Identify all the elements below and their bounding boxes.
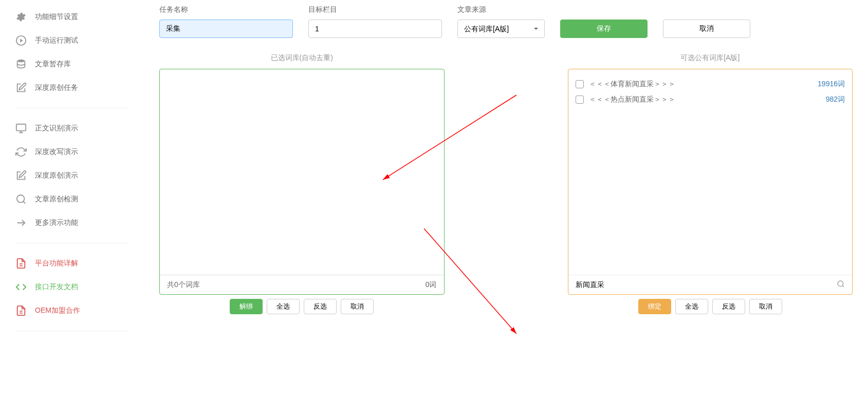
nav-manual-run[interactable]: 手动运行测试 xyxy=(15,29,128,52)
check-label: ＜＜＜体育新闻直采＞＞＞ xyxy=(589,80,818,89)
nav-label: 深度改写演示 xyxy=(35,147,78,157)
nav-label: 功能细节设置 xyxy=(35,12,78,22)
panels: 已选词库(自动去重) 共0个词库 0词 解绑 全选 反选 取消 可选公有词库[A… xyxy=(159,53,853,314)
cancel-sel-button[interactable]: 取消 xyxy=(341,299,374,314)
selected-panel-title: 已选词库(自动去重) xyxy=(159,53,445,63)
cancel-avail-button[interactable]: 取消 xyxy=(749,299,782,314)
nav-label: OEM加盟合作 xyxy=(35,306,80,315)
selected-count-label: 共0个词库 xyxy=(167,280,200,290)
selected-panel-box: 共0个词库 0词 xyxy=(159,69,445,295)
sidebar: 功能细节设置 手动运行测试 文章暂存库 深度原创任务 正文识别演示 深度改写演示… xyxy=(0,0,144,339)
divider xyxy=(15,108,128,108)
nav-oem[interactable]: OEM加盟合作 xyxy=(15,299,128,322)
nav-label: 正文识别演示 xyxy=(35,124,78,133)
check-item-hot[interactable]: ＜＜＜热点新闻直采＞＞＞ 982词 xyxy=(576,92,845,107)
nav-original-demo[interactable]: 深度原创演示 xyxy=(15,164,128,187)
form-row: 任务名称 目标栏目 文章来源 公有词库[A版] 保存 取消 xyxy=(159,5,853,38)
nav-platform-guide[interactable]: 平台功能详解 xyxy=(15,252,128,275)
source-group: 文章来源 公有词库[A版] xyxy=(457,5,545,38)
invert-button[interactable]: 反选 xyxy=(304,299,337,314)
select-all-button[interactable]: 全选 xyxy=(267,299,300,314)
checklist: ＜＜＜体育新闻直采＞＞＞ 19916词 ＜＜＜热点新闻直采＞＞＞ 982词 xyxy=(568,69,853,115)
available-panel-box: ＜＜＜体育新闻直采＞＞＞ 19916词 ＜＜＜热点新闻直采＞＞＞ 982词 xyxy=(568,69,853,295)
nav-label: 文章暂存库 xyxy=(35,60,71,69)
task-name-label: 任务名称 xyxy=(159,5,293,14)
nav-deep-original-task[interactable]: 深度原创任务 xyxy=(15,76,128,100)
search-icon[interactable] xyxy=(837,280,845,290)
check-count: 19916词 xyxy=(818,80,845,89)
search-input[interactable] xyxy=(576,275,837,294)
nav-label: 深度原创演示 xyxy=(35,171,78,180)
svg-point-4 xyxy=(838,281,843,287)
source-label: 文章来源 xyxy=(457,5,545,14)
cogs-icon xyxy=(15,11,27,23)
play-icon xyxy=(15,35,27,46)
nav-label: 平台功能详解 xyxy=(35,259,78,268)
target-col-label: 目标栏目 xyxy=(308,5,442,14)
svg-point-3 xyxy=(17,195,25,203)
task-name-group: 任务名称 xyxy=(159,5,293,38)
source-select[interactable]: 公有词库[A版] xyxy=(457,20,545,38)
selected-word-count: 0词 xyxy=(426,280,437,290)
nav-settings-detail[interactable]: 功能细节设置 xyxy=(15,5,128,29)
unbind-button[interactable]: 解绑 xyxy=(230,299,263,314)
nav-label: 手动运行测试 xyxy=(35,36,78,45)
file-icon xyxy=(15,305,27,316)
check-count: 982词 xyxy=(826,95,845,104)
nav-label: 深度原创任务 xyxy=(35,83,78,92)
refresh-icon xyxy=(15,146,27,158)
nav-label: 文章原创检测 xyxy=(35,195,78,204)
cancel-group: 取消 xyxy=(663,5,750,38)
available-buttons: 绑定 全选 反选 取消 xyxy=(568,299,853,314)
task-name-input[interactable] xyxy=(159,20,293,38)
bind-button[interactable]: 绑定 xyxy=(638,299,671,314)
database-icon xyxy=(15,59,27,70)
selected-panel-footer: 共0个词库 0词 xyxy=(160,275,444,294)
nav-label: 接口开发文档 xyxy=(35,282,78,292)
checkbox[interactable] xyxy=(576,96,584,104)
selected-panel: 已选词库(自动去重) 共0个词库 0词 解绑 全选 反选 取消 xyxy=(159,53,445,314)
nav-more-demo[interactable]: 更多演示功能 xyxy=(15,211,128,235)
select-all-button[interactable]: 全选 xyxy=(675,299,708,314)
code-icon xyxy=(15,281,27,293)
edit-icon xyxy=(15,170,27,181)
selected-buttons: 解绑 全选 反选 取消 xyxy=(159,299,445,314)
check-item-sports[interactable]: ＜＜＜体育新闻直采＞＞＞ 19916词 xyxy=(576,77,845,92)
desktop-icon xyxy=(15,123,27,134)
target-col-input[interactable] xyxy=(308,20,442,38)
nav-api-docs[interactable]: 接口开发文档 xyxy=(15,275,128,299)
svg-rect-2 xyxy=(16,124,26,131)
invert-button[interactable]: 反选 xyxy=(712,299,745,314)
nav-content-recognition[interactable]: 正文识别演示 xyxy=(15,117,128,140)
check-label: ＜＜＜热点新闻直采＞＞＞ xyxy=(589,95,826,104)
svg-point-1 xyxy=(17,60,25,63)
file-icon xyxy=(15,258,27,269)
divider xyxy=(15,331,128,331)
share-icon xyxy=(15,217,27,228)
available-panel-title: 可选公有词库[A版] xyxy=(568,53,853,63)
main-content: 任务名称 目标栏目 文章来源 公有词库[A版] 保存 取消 xyxy=(144,0,868,339)
available-panel: 可选公有词库[A版] ＜＜＜体育新闻直采＞＞＞ 19916词 ＜＜＜热点新闻直采… xyxy=(568,53,853,314)
cancel-button[interactable]: 取消 xyxy=(663,20,750,38)
divider xyxy=(15,243,128,243)
nav-article-storage[interactable]: 文章暂存库 xyxy=(15,52,128,76)
search-icon xyxy=(15,194,27,205)
target-col-group: 目标栏目 xyxy=(308,5,442,38)
nav-original-check[interactable]: 文章原创检测 xyxy=(15,187,128,211)
checkbox[interactable] xyxy=(576,80,584,88)
edit-icon xyxy=(15,82,27,93)
save-group: 保存 xyxy=(560,5,648,38)
nav-rewrite-demo[interactable]: 深度改写演示 xyxy=(15,140,128,164)
available-panel-footer xyxy=(568,275,853,294)
nav-label: 更多演示功能 xyxy=(35,218,78,227)
save-button[interactable]: 保存 xyxy=(560,20,648,38)
